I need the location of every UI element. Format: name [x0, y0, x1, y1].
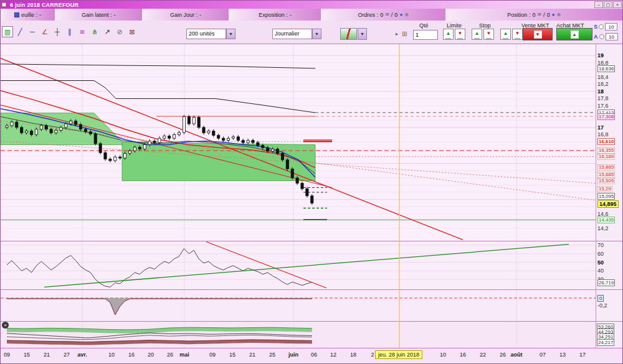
orders-dot-icon[interactable]: ● [399, 12, 402, 17]
time-tick-label: 25 [269, 352, 275, 358]
minimize-button[interactable]: – [594, 1, 603, 8]
position-count-2: 0 [547, 12, 550, 18]
status-bar: euille : - Gain latent : - Gain Jour : -… [1, 9, 622, 21]
time-tick-label: 26 [500, 352, 506, 358]
time-tick-label: 09 [4, 352, 10, 358]
time-tick-label: 12 [330, 352, 336, 358]
time-tick-label: 27 [64, 352, 70, 358]
toolbar: ▥╱─∠┼∥≋⋔↗⊘⊠ 200 unités ▼ Journalier ▼ ▼ … [1, 21, 622, 44]
gain-jour-label: Gain Jour : [170, 12, 197, 18]
achat-mkt-button[interactable]: ▲ [556, 28, 592, 40]
time-tick-label: 26 [167, 352, 173, 358]
orders-mail-icon[interactable]: ✉ [385, 12, 389, 17]
segment-tool[interactable]: ∠ [39, 26, 50, 37]
ordres-status: Ordres : 0 ✉ / 0 ● ⊕ [321, 9, 446, 21]
chart-canvas[interactable] [1, 1, 623, 364]
buy-size-label: A [594, 34, 598, 40]
time-tick-label: 13 [559, 352, 566, 358]
buy-stop-button-icon: ▲ [474, 29, 480, 39]
sell-market-icon: ▼ [534, 30, 542, 39]
crosshair-tool[interactable]: ┼ [52, 26, 63, 37]
time-tick-label: 10 [108, 352, 115, 358]
arrow-tool[interactable]: ↗ [102, 26, 113, 37]
pitchfork-tool[interactable]: ⋔ [89, 26, 100, 37]
units-dropdown-value[interactable]: 200 unités [186, 29, 226, 39]
exposition-label: Exposition : [259, 12, 288, 18]
cursor-date-label: jeu. 28 juin 2018 [375, 350, 422, 359]
parallel-channel-tool[interactable]: ∥ [64, 26, 75, 37]
sell-stop-limit-button[interactable]: ▼ [512, 29, 523, 40]
ordres-count: 0 [380, 12, 383, 18]
time-tick-label: avr. [77, 352, 87, 358]
drawing-tools-group: ▥╱─∠┼∥≋⋔↗⊘⊠ [2, 26, 138, 37]
sell-stop-button-icon: ▼ [486, 29, 492, 39]
time-tick-label: 21 [44, 352, 50, 358]
buy-market-icon: ▲ [571, 30, 579, 39]
vente-mkt-button[interactable]: ▼ [523, 28, 553, 40]
buy-size-value[interactable]: 10 [606, 33, 618, 40]
portfolio-value: - [39, 12, 41, 18]
limite-header: Limite [447, 22, 462, 29]
stop-header: Stop [479, 22, 491, 29]
close-button[interactable]: × [613, 1, 622, 8]
fibonacci-tool[interactable]: ≋ [77, 26, 88, 37]
trend-line-tool[interactable]: ╱ [14, 26, 26, 37]
units-dropdown-arrow-icon[interactable]: ▼ [226, 29, 235, 39]
titlebar[interactable]: 6 juin 2018 CARREFOUR –▢× [1, 1, 622, 9]
order-panel-expand-icon[interactable]: ▸ [396, 31, 398, 37]
time-tick-label: 15 [24, 352, 30, 358]
sell-stop-limit-button-icon: ▼ [515, 29, 521, 39]
position-mail-icon[interactable]: ✉ [537, 12, 541, 17]
time-tick-label: 18 [350, 352, 356, 358]
chart-style-button[interactable] [340, 28, 357, 40]
window-controls: –▢× [594, 1, 622, 8]
trading-app-window: 6 juin 2018 CARREFOUR –▢× euille : - Gai… [0, 0, 623, 364]
portfolio-status: euille : - [1, 9, 55, 21]
ordres-count-2: 0 [394, 12, 397, 18]
position-dot-icon[interactable]: ● [552, 12, 555, 17]
position-separator: / [543, 12, 545, 18]
order-prefs-icon[interactable]: ⊞ [402, 30, 407, 37]
maximize-button[interactable]: ▢ [604, 1, 612, 8]
sell-size-label: S [594, 24, 597, 30]
trash-tool[interactable]: ⊠ [126, 26, 138, 37]
timeframe-dropdown[interactable]: Journalier ▼ [272, 29, 321, 39]
time-tick-label: 17 [579, 352, 586, 358]
buy-size-radio[interactable] [599, 34, 604, 39]
orders-settings-icon[interactable]: ⊕ [404, 12, 409, 17]
sell-limit-button[interactable]: ▼ [455, 29, 465, 40]
buy-limit-button[interactable]: ▲ [443, 29, 454, 40]
portfolio-icon [14, 12, 19, 17]
time-tick-label: 21 [249, 352, 255, 358]
exposition-status: Exposition : - [229, 9, 321, 21]
position-settings-icon[interactable]: ⊕ [556, 12, 561, 17]
time-tick-label: août [511, 352, 523, 358]
qty-header: Qté [419, 22, 429, 29]
sell-size-row: S 10 [594, 22, 617, 31]
position-label: Position : [507, 12, 530, 18]
close-indicator-button[interactable]: × [2, 322, 9, 329]
gain-latent-status: Gain latent : - [55, 9, 143, 21]
time-tick-label: 2 [371, 352, 374, 358]
units-dropdown[interactable]: 200 unités ▼ [186, 29, 235, 39]
sell-stop-button[interactable]: ▼ [483, 29, 494, 40]
gain-latent-value: - [113, 12, 115, 18]
gain-jour-status: Gain Jour : - [143, 9, 230, 21]
sell-size-value[interactable]: 10 [605, 23, 617, 30]
sell-size-radio[interactable] [599, 24, 604, 29]
position-count: 0 [532, 12, 535, 18]
horizontal-line-tool[interactable]: ─ [27, 26, 38, 37]
exposition-value: - [290, 12, 292, 18]
chart-mode-tool[interactable]: ▥ [2, 26, 13, 37]
eraser-tool[interactable]: ⊘ [114, 26, 125, 37]
time-tick-label: 09 [209, 352, 216, 358]
timeframe-dropdown-arrow-icon[interactable]: ▼ [312, 29, 321, 39]
chart-style-dropdown-arrow-icon[interactable]: ▼ [358, 28, 367, 40]
buy-stop-button[interactable]: ▲ [472, 29, 482, 40]
qty-input[interactable] [413, 30, 438, 40]
time-axis[interactable]: jeu. 28 juin 2018 09152127avr.10162026ma… [1, 348, 623, 364]
buy-stop-limit-button[interactable]: ▲ [500, 29, 511, 40]
timeframe-dropdown-value[interactable]: Journalier [272, 29, 312, 39]
buy-limit-button-icon: ▲ [445, 29, 452, 39]
buy-stop-limit-button-icon: ▲ [503, 29, 509, 39]
